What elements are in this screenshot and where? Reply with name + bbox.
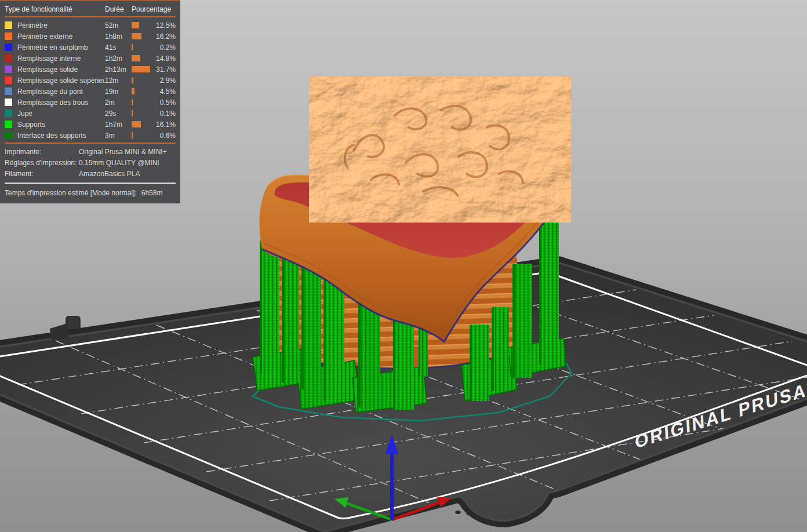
feature-percentage: 0.6%: [155, 132, 176, 140]
feature-label: Périmètre externe: [17, 32, 105, 41]
percentage-bar: [132, 66, 150, 72]
estimated-time-value: 6h58m: [141, 189, 163, 197]
feature-bar-zone: [132, 22, 155, 28]
info-label: Imprimante:: [5, 148, 79, 156]
feature-color-swatch: [5, 43, 12, 51]
feature-duration: 1h8m: [105, 32, 132, 41]
feature-percentage: 12.5%: [155, 21, 176, 30]
feature-label: Périmètre en surplomb: [17, 43, 105, 52]
feature-percentage: 0.1%: [155, 110, 176, 118]
percentage-bar: [132, 110, 133, 116]
info-value: Original Prusa MINI & MINI+: [79, 148, 167, 156]
feature-label: Remplissage solide supérieur: [17, 76, 105, 85]
feature-percentage: 16.2%: [155, 32, 176, 41]
feature-color-swatch: [5, 21, 12, 29]
legend-header-type: Type de fonctionnalité: [5, 5, 105, 13]
info-label: Réglages d'impression:: [5, 159, 79, 167]
feature-bar-zone: [132, 77, 155, 83]
feature-bar-zone: [132, 44, 155, 50]
estimate-divider: [5, 183, 176, 184]
percentage-bar: [132, 44, 133, 50]
feature-color-swatch: [5, 121, 12, 128]
feature-bar-zone: [132, 132, 155, 139]
feature-bar-zone: [132, 55, 155, 61]
legend-panel: Type de fonctionnalité Durée Pourcentage…: [0, 0, 180, 203]
legend-header: Type de fonctionnalité Durée Pourcentage: [5, 4, 176, 14]
feature-bar-zone: [132, 66, 155, 72]
feature-color-swatch: [5, 32, 12, 40]
support-pillar: [260, 241, 279, 374]
feature-type-list: Périmètre52m12.5%Périmètre externe1h8m16…: [5, 20, 176, 141]
feature-label: Remplissage du pont: [17, 88, 105, 96]
feature-bar-zone: [132, 121, 155, 127]
feature-percentage: 14.8%: [155, 54, 176, 63]
legend-header-percentage: Pourcentage: [132, 5, 176, 13]
percentage-bar: [132, 22, 139, 28]
feature-percentage: 2.9%: [155, 76, 176, 85]
print-info-row: Imprimante:Original Prusa MINI & MINI+: [5, 146, 176, 157]
estimated-time-label: Temps d'impression estimé [Mode normal]:: [5, 189, 137, 197]
feature-color-swatch: [5, 88, 12, 95]
support-pillar: [282, 250, 299, 382]
percentage-bar: [132, 99, 133, 105]
percentage-bar: [132, 33, 141, 39]
legend-row[interactable]: Remplissage solide supérieur12m2.9%: [5, 75, 176, 86]
print-info-row: Filament:AmazonBasics PLA: [5, 168, 176, 179]
feature-percentage: 0.2%: [155, 43, 176, 52]
feature-label: Périmètre: [17, 21, 105, 30]
header-divider: [5, 16, 176, 17]
legend-row[interactable]: Périmètre externe1h8m16.2%: [5, 31, 176, 42]
feature-bar-zone: [132, 99, 155, 105]
feature-duration: 2h13m: [105, 65, 132, 74]
legend-row[interactable]: Périmètre52m12.5%: [5, 20, 176, 31]
print-info-row: Réglages d'impression:0.15mm QUALITY @MI…: [5, 157, 176, 168]
percentage-bar: [132, 55, 140, 61]
feature-label: Interface des supports: [17, 132, 105, 140]
feature-label: Jupe: [17, 110, 105, 118]
percentage-bar: [132, 121, 141, 127]
legend-row[interactable]: Périmètre en surplomb41s0.2%: [5, 42, 176, 53]
feature-duration: 41s: [105, 43, 132, 52]
feature-duration: 19m: [105, 88, 132, 96]
feature-duration: 1h7m: [105, 121, 132, 129]
feature-bar-zone: [132, 110, 155, 116]
feature-bar-zone: [132, 88, 155, 94]
percentage-bar: [132, 88, 134, 94]
info-value: AmazonBasics PLA: [79, 170, 140, 178]
feature-label: Remplissage solide: [17, 65, 105, 74]
feature-color-swatch: [5, 132, 12, 139]
legend-row[interactable]: Interface des supports3m0.6%: [5, 130, 176, 141]
legend-row[interactable]: Remplissage du pont19m4.5%: [5, 86, 176, 97]
support-pillar: [539, 204, 559, 364]
estimated-time-row: Temps d'impression estimé [Mode normal]:…: [5, 188, 176, 198]
legend-row[interactable]: Remplissage solide2h13m31.7%: [5, 64, 176, 75]
info-value: 0.15mm QUALITY @MINI: [79, 159, 159, 167]
info-label: Filament:: [5, 170, 79, 178]
feature-percentage: 0.5%: [155, 99, 176, 107]
percentage-bar: [132, 77, 133, 83]
feature-duration: 1h2m: [105, 54, 132, 63]
legend-row[interactable]: Supports1h7m16.1%: [5, 119, 176, 130]
feature-color-swatch: [5, 76, 12, 84]
feature-percentage: 16.1%: [155, 121, 176, 129]
support-pillar: [301, 260, 321, 389]
feature-duration: 52m: [105, 21, 132, 30]
feature-label: Remplissage des trous: [17, 99, 105, 107]
model-brain[interactable]: [327, 87, 552, 212]
feature-duration: 3m: [105, 132, 132, 140]
legend-row[interactable]: Jupe29s0.1%: [5, 108, 176, 119]
print-info-list: Imprimante:Original Prusa MINI & MINI+Ré…: [5, 146, 176, 179]
feature-duration: 29s: [105, 110, 132, 118]
feature-color-swatch: [5, 99, 12, 106]
legend-row[interactable]: Remplissage interne1h2m14.8%: [5, 53, 176, 64]
feature-percentage: 31.7%: [155, 65, 176, 74]
feature-bar-zone: [132, 33, 155, 39]
feature-duration: 2m: [105, 99, 132, 107]
support-pillar: [470, 325, 489, 401]
legend-row[interactable]: Remplissage des trous2m0.5%: [5, 97, 176, 108]
feature-percentage: 4.5%: [155, 88, 176, 96]
feature-duration: 12m: [105, 76, 132, 85]
feature-color-swatch: [5, 65, 12, 73]
feature-color-swatch: [5, 110, 12, 117]
legend-header-duration: Durée: [105, 5, 132, 13]
